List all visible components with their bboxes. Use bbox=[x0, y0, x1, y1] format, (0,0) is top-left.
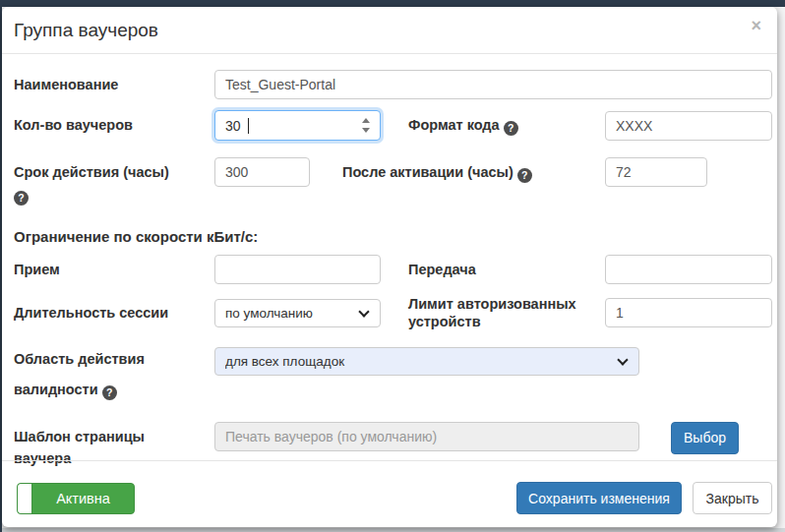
after-activation-label: После активации (часы) ? bbox=[342, 157, 605, 183]
select-template-button[interactable]: Выбор bbox=[671, 422, 739, 454]
after-activation-input[interactable] bbox=[605, 157, 707, 187]
code-format-label: Формат кода ? bbox=[408, 116, 605, 136]
voucher-group-modal: Группа ваучеров × Наименование Кол-во ва… bbox=[2, 7, 777, 527]
toggle-handle-icon[interactable] bbox=[18, 484, 32, 513]
voucher-count-field bbox=[214, 110, 381, 141]
page-backdrop-top bbox=[0, 0, 785, 7]
code-format-help-icon[interactable]: ? bbox=[504, 121, 518, 136]
close-button[interactable]: Закрыть bbox=[693, 482, 772, 514]
validity-scope-field: для всех площадок bbox=[214, 347, 639, 376]
device-limit-label: Лимит авторизованных устройств bbox=[408, 295, 605, 330]
voucher-count-input[interactable] bbox=[214, 110, 381, 141]
speed-limit-header: Ограничение по скорости кБит/с: bbox=[14, 228, 258, 245]
spinner-up-icon[interactable] bbox=[362, 118, 370, 123]
template-input bbox=[214, 422, 639, 451]
page-backdrop-bottom bbox=[2, 528, 785, 532]
validity-scope-label: Область действия валидности ? bbox=[14, 347, 214, 399]
session-duration-label: Длительность сессии bbox=[14, 304, 214, 322]
spinner-down-icon[interactable] bbox=[362, 128, 370, 133]
modal-header: Группа ваучеров × bbox=[2, 7, 777, 54]
modal-footer: Активна Сохранить изменения Закрыть bbox=[2, 460, 777, 527]
rx-tx-row: Прием Передача bbox=[14, 255, 772, 284]
tx-label: Передача bbox=[408, 261, 605, 278]
text-caret bbox=[248, 118, 249, 134]
save-button[interactable]: Сохранить изменения bbox=[516, 482, 682, 514]
validity-scope-help-icon[interactable]: ? bbox=[102, 385, 117, 400]
modal-title: Группа ваучеров bbox=[14, 20, 762, 41]
code-format-input[interactable] bbox=[605, 111, 772, 141]
close-icon[interactable]: × bbox=[751, 17, 761, 34]
session-row: Длительность сессии по умолчанию Лимит а… bbox=[14, 295, 772, 330]
validity-scope-row: Область действия валидности ? для всех п… bbox=[14, 347, 772, 399]
rx-label: Прием bbox=[14, 261, 214, 278]
validity-hours-help-icon[interactable]: ? bbox=[14, 191, 29, 206]
active-toggle[interactable]: Активна bbox=[17, 483, 135, 514]
active-toggle-label: Активна bbox=[32, 484, 134, 513]
validity-hours-label: Срок действия (часы) ? bbox=[14, 157, 214, 206]
validity-scope-select[interactable]: для всех площадок bbox=[214, 347, 639, 376]
voucher-count-label: Кол-во ваучеров bbox=[14, 116, 214, 134]
session-duration-select[interactable]: по умолчанию bbox=[214, 299, 381, 327]
name-input[interactable] bbox=[214, 70, 772, 99]
name-row: Наименование bbox=[14, 70, 772, 99]
validity-row: Срок действия (часы) ? После активации (… bbox=[14, 157, 772, 206]
validity-hours-input[interactable] bbox=[214, 157, 310, 187]
number-spinner[interactable] bbox=[362, 118, 371, 133]
session-duration-field: по умолчанию bbox=[214, 299, 381, 327]
voucher-count-row: Кол-во ваучеров Формат кода ? bbox=[14, 110, 772, 141]
speed-limit-section: Ограничение по скорости кБит/с: bbox=[14, 228, 772, 245]
tx-input[interactable] bbox=[605, 255, 772, 284]
device-limit-input[interactable] bbox=[605, 298, 772, 327]
rx-input[interactable] bbox=[214, 255, 381, 284]
name-label: Наименование bbox=[14, 76, 214, 93]
modal-body: Наименование Кол-во ваучеров Формат кода… bbox=[2, 54, 777, 467]
after-activation-help-icon[interactable]: ? bbox=[517, 168, 532, 183]
